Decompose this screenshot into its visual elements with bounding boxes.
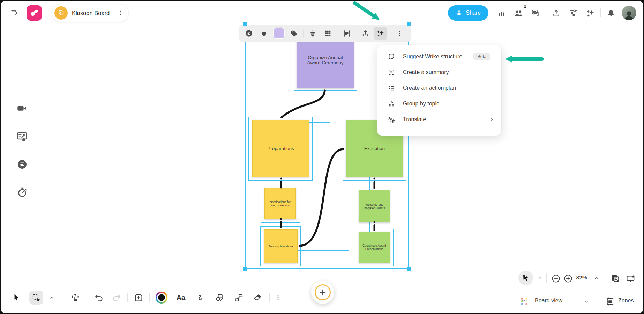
select-tool-expand-button[interactable] xyxy=(47,293,57,302)
text-tool-button[interactable]: Aa xyxy=(172,291,189,305)
details-button[interactable] xyxy=(242,27,256,40)
comments-button[interactable] xyxy=(529,6,542,20)
zoom-out-icon xyxy=(551,274,561,283)
share-button[interactable]: Share xyxy=(448,5,488,21)
chevron-up-icon xyxy=(594,275,599,281)
settings-sliders-button[interactable] xyxy=(566,6,580,20)
menu-item-create-summary[interactable]: Create a summary xyxy=(377,64,501,80)
pointer-expand-button[interactable] xyxy=(535,273,545,283)
board-view-dropdown-button[interactable] xyxy=(581,297,591,307)
board-menu-button[interactable] xyxy=(115,6,126,20)
shapes-tool-button[interactable] xyxy=(212,291,226,305)
sticky-note[interactable]: Nominations for each category xyxy=(264,188,296,219)
sticky-note[interactable]: Sending Invitations xyxy=(264,229,298,263)
selection-handle-top-left[interactable] xyxy=(243,22,247,26)
select-tool-button[interactable] xyxy=(9,291,23,305)
align-button[interactable] xyxy=(306,27,320,40)
tag-button[interactable] xyxy=(287,27,301,40)
toolbar-divider xyxy=(149,293,150,302)
pointer-mode-button[interactable] xyxy=(518,271,533,285)
menu-item-translate[interactable]: Translate xyxy=(377,111,501,127)
export-button[interactable] xyxy=(359,27,372,40)
marquee-select-tool-button[interactable] xyxy=(29,291,43,305)
menu-item-suggest-wrike[interactable]: Suggest Wrike structure Beta xyxy=(377,49,501,64)
menu-item-group-by-topic[interactable]: Group by topic xyxy=(377,96,501,111)
sticky-note[interactable]: Preparations xyxy=(252,120,309,177)
plus-icon xyxy=(319,288,327,297)
color-wheel xyxy=(156,292,167,304)
grid-icon xyxy=(324,29,332,37)
timer-tool-button[interactable] xyxy=(15,185,29,199)
align-icon xyxy=(309,29,317,37)
add-element-fab[interactable] xyxy=(311,281,334,304)
sticky-note[interactable]: Coordinate Award Presentations xyxy=(359,232,390,263)
selection-handle-top-right[interactable] xyxy=(407,22,411,26)
video-tool-button[interactable] xyxy=(15,101,29,116)
chevron-up-icon xyxy=(537,275,543,281)
stats-button[interactable] xyxy=(494,6,508,20)
eraser-icon xyxy=(253,293,262,302)
zoom-in-button[interactable] xyxy=(562,272,574,284)
redo-button[interactable] xyxy=(110,291,123,305)
user-avatar-button[interactable] xyxy=(621,5,637,21)
present-tool-button[interactable] xyxy=(15,129,29,144)
board-view-icon-button[interactable] xyxy=(517,295,531,307)
shapes-icon xyxy=(215,293,224,302)
poll-icon xyxy=(17,159,28,170)
selection-handle-bottom-left[interactable] xyxy=(243,267,247,271)
participants-icon xyxy=(514,8,523,18)
color-swatch-button[interactable] xyxy=(272,28,286,39)
notifications-button[interactable] xyxy=(604,6,618,20)
selection-handle-bottom-right[interactable] xyxy=(407,267,411,271)
controls-divider xyxy=(546,273,547,283)
sidebar-toggle-button[interactable] xyxy=(8,6,22,20)
connector-tool-button[interactable] xyxy=(232,291,246,305)
overview-button[interactable] xyxy=(609,272,622,285)
upload-icon xyxy=(552,9,561,17)
color-tool-button[interactable] xyxy=(155,291,169,305)
zones-button[interactable] xyxy=(604,295,617,307)
poll-tool-button[interactable] xyxy=(15,157,29,171)
upload-button[interactable] xyxy=(549,6,563,20)
ai-sparkles-icon xyxy=(376,29,385,38)
add-note-tool-button[interactable] xyxy=(132,291,145,305)
board-view-icon xyxy=(520,297,529,306)
zoom-level[interactable]: 82% xyxy=(573,275,590,281)
action-plan-icon xyxy=(388,84,395,92)
undo-button[interactable] xyxy=(92,291,106,305)
sticky-label: Execution xyxy=(364,146,385,151)
ai-assistant-button-selection[interactable] xyxy=(374,27,387,40)
board-title-pill[interactable]: Klaxoon Board xyxy=(52,4,128,22)
pan-tool-button[interactable] xyxy=(68,291,82,305)
ai-assistant-button[interactable] xyxy=(583,6,597,20)
frame-button[interactable] xyxy=(340,27,353,40)
draw-tool-button[interactable] xyxy=(194,291,208,305)
toolbar-divider xyxy=(356,29,356,38)
toolbar-divider xyxy=(127,293,128,302)
board-view-label[interactable]: Board view xyxy=(535,298,562,304)
add-note-icon xyxy=(134,293,143,302)
user-avatar xyxy=(622,6,636,20)
kebab-menu-icon xyxy=(275,294,281,301)
grid-button[interactable] xyxy=(321,27,335,40)
sticky-note[interactable]: Organize Annual Award Ceremony xyxy=(297,41,354,88)
more-tools-button[interactable] xyxy=(272,291,284,305)
like-button[interactable] xyxy=(257,27,271,40)
toolbar-divider xyxy=(303,29,304,38)
pan-icon xyxy=(70,293,80,302)
menu-item-create-action-plan[interactable]: Create an action plan xyxy=(377,80,501,96)
zoom-out-button[interactable] xyxy=(550,272,562,284)
display-settings-button[interactable] xyxy=(624,272,637,285)
participants-button[interactable]: 2 xyxy=(511,6,525,20)
tag-icon xyxy=(290,29,298,37)
zoom-expand-button[interactable] xyxy=(592,273,601,283)
more-options-button[interactable] xyxy=(392,27,406,40)
klaxoon-logo[interactable] xyxy=(27,5,42,21)
kebab-menu-icon xyxy=(117,10,123,16)
menu-item-label: Create a summary xyxy=(403,69,449,75)
sticky-note[interactable]: Welcome and Register Guests xyxy=(359,190,390,222)
zones-label[interactable]: Zones xyxy=(618,298,634,304)
marquee-select-icon xyxy=(32,293,41,302)
beta-badge: Beta xyxy=(473,53,490,60)
eraser-tool-button[interactable] xyxy=(250,291,264,305)
